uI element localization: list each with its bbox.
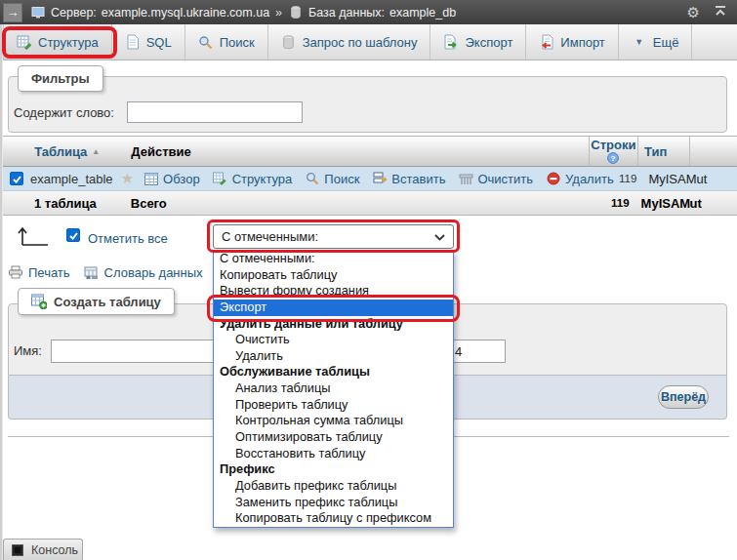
tab-more[interactable]: ▼ Ещё bbox=[619, 24, 693, 60]
browse-icon bbox=[143, 171, 159, 186]
header-collation-cut bbox=[689, 137, 737, 166]
dropdown-option[interactable]: Проверить таблицу bbox=[214, 397, 453, 414]
database-cylinder-icon bbox=[288, 5, 304, 20]
collation-text: ut bbox=[697, 172, 708, 186]
empty-table-icon bbox=[458, 171, 473, 186]
tab-structure[interactable]: Структура bbox=[3, 24, 112, 60]
filters-legend: Фильтры bbox=[18, 65, 103, 92]
console-tab[interactable]: Консоль bbox=[3, 539, 83, 560]
filters-legend-label: Фильтры bbox=[31, 71, 90, 86]
nav-panel-toggle-button[interactable]: → bbox=[3, 3, 22, 22]
dropdown-option[interactable]: Добавить префикс таблицы bbox=[214, 478, 453, 495]
contains-word-label: Содержит слово: bbox=[14, 105, 114, 120]
tab-export[interactable]: Экспорт bbox=[430, 24, 526, 60]
header-type[interactable]: Тип bbox=[637, 137, 689, 166]
dropdown-option[interactable]: Вывести форму создания bbox=[214, 283, 453, 300]
table-name-link: example_table bbox=[30, 172, 113, 186]
summary-type: MyISAM bbox=[641, 196, 691, 211]
export-icon bbox=[443, 34, 459, 50]
row-collation-cell: ut bbox=[697, 167, 737, 190]
check-all-checkbox[interactable] bbox=[66, 228, 80, 242]
breadcrumb-server[interactable]: Сервер: example.mysql.ukraine.com.ua bbox=[30, 5, 269, 20]
tab-label: Структура bbox=[38, 35, 99, 50]
header-action: Действие bbox=[131, 137, 589, 166]
dropdown-option[interactable]: С отмеченными: bbox=[214, 251, 453, 267]
utility-links: Печать Словарь данных bbox=[8, 264, 203, 280]
dropdown-option[interactable]: Копировать таблицу bbox=[214, 267, 453, 284]
action-label: Структура bbox=[232, 172, 293, 186]
sort-asc-icon: ▲ bbox=[92, 147, 100, 156]
help-icon[interactable]: ? bbox=[607, 152, 619, 167]
contains-word-input[interactable] bbox=[127, 101, 303, 123]
action-label: Вставить bbox=[391, 172, 445, 186]
action-search[interactable]: Поиск bbox=[305, 171, 359, 186]
dropdown-group-label: Удалить данные или таблицу bbox=[214, 316, 453, 333]
row-actions: ★ Обзор Структура По bbox=[115, 167, 599, 190]
right-arrow-icon: → bbox=[7, 5, 20, 20]
database-value: example_db bbox=[389, 6, 456, 20]
tab-import[interactable]: Импорт bbox=[526, 24, 618, 60]
database-label: База данных: bbox=[308, 6, 385, 20]
row-checkbox[interactable] bbox=[10, 172, 23, 185]
summary-rows: 119 bbox=[611, 197, 630, 209]
dropdown-option[interactable]: Копировать таблицу с префиксом bbox=[214, 510, 453, 527]
action-empty[interactable]: Очистить bbox=[458, 171, 533, 186]
row-type-cell: MyISAM bbox=[642, 167, 696, 190]
header-rows[interactable]: Строки ? bbox=[589, 137, 637, 166]
header-action-label: Действие bbox=[131, 144, 190, 159]
tab-label: Поиск bbox=[220, 35, 255, 50]
structure-icon bbox=[17, 34, 32, 50]
header-table[interactable]: Таблица ▲ bbox=[34, 137, 131, 166]
dropdown-option[interactable]: Очистить bbox=[214, 332, 453, 348]
with-selected-select[interactable]: С отмеченными: bbox=[213, 224, 454, 249]
action-structure[interactable]: Структура bbox=[213, 171, 293, 186]
with-selected-arrow-icon bbox=[16, 224, 51, 251]
dropdown-option-export[interactable]: Экспорт bbox=[214, 300, 453, 316]
summary-row: 1 таблица Всего 119 MyISAM ut bbox=[3, 191, 737, 216]
settings-gear-icon[interactable]: ⚙ bbox=[687, 5, 700, 20]
dropdown-option[interactable]: Удалить bbox=[214, 348, 453, 365]
breadcrumb-database[interactable]: База данных: example_db bbox=[288, 5, 456, 20]
structure-icon bbox=[213, 171, 228, 186]
row-count-cell: 119 bbox=[599, 167, 643, 190]
table-row: example_table ★ Обзор Структура bbox=[3, 167, 737, 191]
columns-count-input[interactable] bbox=[445, 340, 506, 363]
data-dictionary-link[interactable]: Словарь данных bbox=[84, 264, 203, 280]
dropdown-option[interactable]: Анализ таблицы bbox=[214, 380, 453, 397]
summary-count: 1 таблица bbox=[34, 196, 97, 211]
action-label: Очистить bbox=[477, 172, 533, 186]
search-icon bbox=[305, 171, 320, 186]
dropdown-option[interactable]: Восстановить таблицу bbox=[214, 446, 453, 462]
check-all-label[interactable]: Отметить все bbox=[88, 231, 168, 246]
favorite-star-icon[interactable]: ★ bbox=[121, 170, 134, 187]
tab-label: SQL bbox=[146, 35, 172, 50]
tab-sql[interactable]: SQL bbox=[112, 24, 185, 60]
new-table-icon bbox=[31, 294, 47, 309]
dropdown-option[interactable]: Оптимизировать таблицу bbox=[214, 429, 453, 446]
go-button[interactable]: Вперёд bbox=[658, 385, 709, 409]
query-board-icon bbox=[281, 34, 297, 50]
server-label: Сервер: bbox=[51, 6, 97, 20]
engine-type: MyISAM bbox=[648, 172, 696, 186]
insert-row-icon bbox=[372, 171, 388, 186]
summary-collation: ut bbox=[690, 196, 702, 211]
svg-text:?: ? bbox=[611, 154, 616, 163]
console-label: Консоль bbox=[31, 543, 78, 557]
table-name-label: Имя: bbox=[14, 343, 42, 358]
tab-search[interactable]: Поиск bbox=[185, 24, 268, 60]
print-link[interactable]: Печать bbox=[8, 264, 70, 280]
tab-query-by-example[interactable]: Запрос по шаблону bbox=[268, 24, 431, 60]
sql-file-icon bbox=[125, 34, 141, 50]
tab-label: Ещё bbox=[653, 35, 679, 50]
action-browse[interactable]: Обзор bbox=[143, 171, 200, 186]
dropdown-option[interactable]: Контрольная сумма таблицы bbox=[214, 413, 453, 429]
printer-icon bbox=[8, 264, 23, 280]
dropdown-option[interactable]: Заменить префикс таблицы bbox=[214, 495, 453, 511]
action-insert[interactable]: Вставить bbox=[372, 171, 445, 186]
dropdown-group-label: Префикс bbox=[214, 461, 453, 478]
create-table-legend: Создать таблицу bbox=[18, 288, 175, 315]
header-type-label: Тип bbox=[644, 144, 667, 159]
table-name-cell[interactable]: example_table bbox=[30, 167, 115, 190]
collapse-top-icon[interactable] bbox=[714, 5, 727, 20]
row-count: 119 bbox=[619, 173, 636, 184]
